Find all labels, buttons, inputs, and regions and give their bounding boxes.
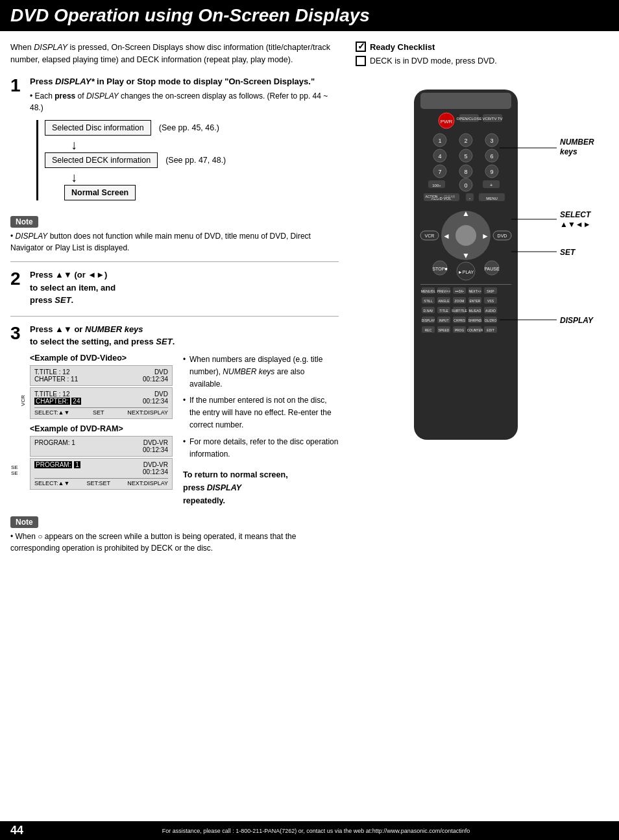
dvd-v-s2-r1r: DVD — [154, 390, 168, 398]
flow-box-normal: Normal Screen — [64, 185, 136, 200]
dvd-r-s2-r2r: 00:12:34 — [143, 468, 168, 475]
svg-text:PWR: PWR — [441, 119, 453, 125]
svg-text:DVD: DVD — [498, 234, 507, 238]
svg-text:8: 8 — [464, 169, 467, 175]
ready-checklist: Ready Checklist DECK is in DVD mode, pre… — [356, 42, 497, 66]
svg-text:2: 2 — [464, 138, 467, 144]
svg-text:SET: SET — [560, 248, 576, 257]
svg-text:100+: 100+ — [432, 184, 441, 187]
svg-point-46 — [455, 225, 476, 246]
svg-text:3: 3 — [490, 138, 493, 144]
svg-text:4: 4 — [438, 153, 441, 160]
svg-text:ML/EAO: ML/EAO — [468, 309, 481, 313]
svg-text:MENU: MENU — [486, 197, 498, 200]
checklist-title: Ready Checklist — [356, 42, 497, 52]
dvd-r-s2-r1l: PROGRAM: 1 — [34, 461, 80, 468]
remote-area: PWR OPEN/CLOSE VCR/TV TV 1 2 3 4 5 6 — [356, 83, 602, 472]
dvd-v-s2-chapter-hi: CHAPTER: — [34, 398, 70, 405]
page-header: DVD Operation using On-Screen Displays — [0, 0, 619, 31]
svg-text:STILL: STILL — [424, 299, 433, 303]
svg-text:PROG: PROG — [455, 328, 465, 332]
dvd-v-s1-r2r: 00:12:34 — [143, 376, 168, 383]
svg-text:VCR: VCR — [425, 234, 435, 238]
step-1-desc: • Each press of DISPLAY changes the on-s… — [30, 90, 339, 114]
step-number-1: 1 — [10, 77, 30, 95]
note-2-text: • When ○ appears on the screen while a b… — [10, 531, 339, 554]
examples-left: <Example of DVD-Video> T.TITLE : 12 DVD … — [30, 354, 173, 508]
dvd-r-s2-num-hi: 1 — [74, 461, 80, 468]
svg-text:OPEN/CLOSE: OPEN/CLOSE — [456, 117, 481, 121]
step-3-content: Press ▲▼ or NUMBER keysto select the set… — [30, 323, 339, 508]
svg-text:STOP■: STOP■ — [432, 267, 447, 271]
divider-1 — [10, 261, 339, 262]
checklist-unchecked-icon — [356, 56, 366, 66]
remote-svg: PWR OPEN/CLOSE VCR/TV TV 1 2 3 4 5 6 — [356, 83, 602, 472]
svg-text:•••3X•: •••3X• — [455, 289, 463, 293]
svg-text:SUBTITLE: SUBTITLE — [452, 309, 468, 313]
svg-text:►: ► — [481, 232, 489, 241]
svg-text:ANGLE: ANGLE — [438, 299, 450, 303]
dvd-v-side-label: VCR — [20, 395, 26, 406]
checklist-item-dvd: DECK is in DVD mode, press DVD. — [356, 56, 497, 66]
dvd-v-bottom-bar: SELECT:▲▼ SET NEXT:DISPLAY — [34, 407, 168, 416]
step-2-content: Press ▲▼ (or ◄►)to select an item, andpr… — [30, 269, 339, 307]
intro-paragraph: When DISPLAY is pressed, On-Screen Displ… — [10, 42, 339, 66]
left-column: When DISPLAY is pressed, On-Screen Displ… — [10, 42, 349, 562]
dvd-r-s2-prog-hi: PROGRAM: — [34, 461, 72, 468]
svg-text:VSS: VSS — [487, 299, 494, 303]
svg-text:TITLE: TITLE — [439, 309, 448, 313]
svg-rect-57 — [420, 284, 511, 285]
dvd-video-screen-1: T.TITLE : 12 DVD CHAPTER : 11 00:12:34 — [30, 365, 173, 386]
svg-text:7: 7 — [438, 169, 441, 175]
svg-text:INPUT: INPUT — [439, 318, 448, 322]
svg-text:SKIP: SKIP — [487, 289, 494, 293]
dvd-r-s1-r1r: DVD-VR — [143, 439, 168, 446]
svg-text:▲: ▲ — [462, 209, 470, 218]
svg-text:6: 6 — [490, 153, 493, 160]
dvd-ram-screen-1: PROGRAM: 1 DVD-VR 00:12:34 — [30, 436, 173, 457]
dvd-v-s1-r1r: DVD — [154, 368, 168, 376]
svg-text:SHRPNS: SHRPNS — [468, 318, 483, 322]
page-number: 44 — [10, 824, 23, 837]
return-text: To return to normal screen, press DISPLA… — [183, 468, 339, 507]
step-number-2: 2 — [10, 270, 30, 288]
note-2: Note • When ○ appears on the screen whil… — [10, 516, 339, 554]
page-title: DVD Operation using On-Screen Displays — [10, 5, 370, 26]
examples-area: <Example of DVD-Video> T.TITLE : 12 DVD … — [30, 354, 339, 508]
svg-text:D.NAV: D.NAV — [423, 309, 433, 313]
svg-text:►PLAY: ►PLAY — [458, 270, 474, 274]
svg-text:OL/ZRO: OL/ZRO — [485, 318, 497, 322]
dvd-v-s2-r1l: T.TITLE : 12 — [34, 390, 69, 398]
svg-rect-1 — [420, 93, 511, 109]
step-1: 1 Press DISPLAY* in Play or Stop mode to… — [10, 75, 339, 208]
svg-text:+: + — [490, 182, 493, 188]
bullet-2: If the number entered is not on the disc… — [183, 394, 339, 432]
dvd-ram-screen-2: SESE PROGRAM: 1 DVD-VR 00:12:34 — [30, 458, 173, 490]
svg-text:VCR/TV TV: VCR/TV TV — [482, 117, 502, 121]
note-1-label: Note — [10, 216, 38, 228]
step-3: 3 Press ▲▼ or NUMBER keysto select the s… — [10, 323, 339, 508]
flow-box-deck: Selected DECK information — [45, 152, 158, 168]
dvd-video-label: <Example of DVD-Video> — [30, 354, 173, 363]
dvd-r-side-labels: SESE — [11, 464, 18, 476]
svg-text:◄: ◄ — [443, 232, 450, 241]
svg-text:PAUSE: PAUSE — [484, 267, 500, 271]
note-1: Note • DISPLAY button does not function … — [10, 216, 339, 254]
svg-text:CHPRS: CHPRS — [454, 318, 465, 322]
dvd-video-screen-2: VCR T.TITLE : 12 DVD CHAPTER: 24 00:1 — [30, 387, 173, 419]
svg-text:COUNTER: COUNTER — [467, 328, 483, 332]
dvd-v-s2-num-hi: 24 — [71, 398, 81, 405]
dvd-r-s1-r2r: 00:12:34 — [143, 446, 168, 453]
svg-text:CLEAR: CLEAR — [444, 195, 455, 198]
flow-ref-disc: (See pp. 45, 46.) — [159, 123, 219, 132]
svg-text:NEXT>>: NEXT>> — [468, 289, 481, 293]
svg-text:0: 0 — [464, 182, 467, 189]
flow-arrow-1: ↓ — [71, 137, 339, 152]
svg-text:SELECT: SELECT — [560, 210, 592, 219]
flow-box-disc: Selected Disc information — [45, 120, 151, 136]
bullet-list: When numbers are displayed (e.g. title n… — [183, 354, 339, 461]
step-3-title: Press ▲▼ or NUMBER keysto select the set… — [30, 323, 339, 348]
main-content: When DISPLAY is pressed, On-Screen Displ… — [0, 31, 619, 572]
svg-text:REC: REC — [425, 328, 432, 332]
dvd-r-s1-r1l: PROGRAM: 1 — [34, 439, 75, 446]
